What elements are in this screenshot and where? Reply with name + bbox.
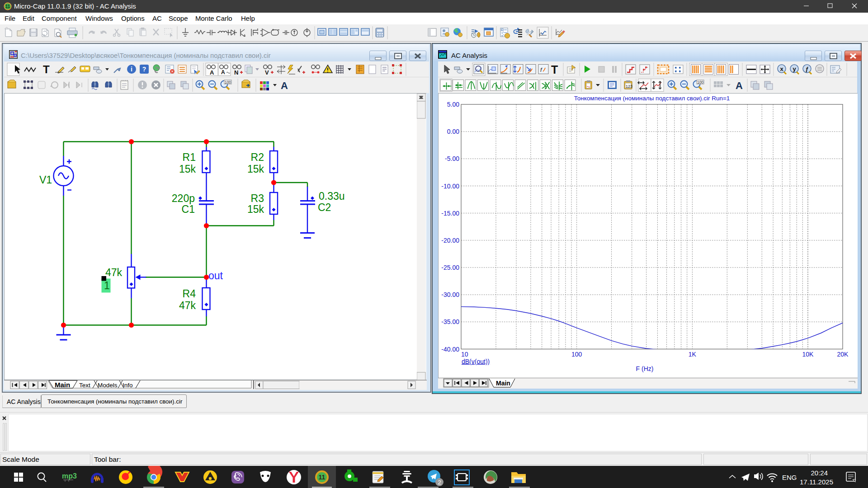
svg-text:R3: R3 [251,192,264,204]
svg-text:R2: R2 [251,151,264,163]
svg-text:N: N [234,69,238,76]
svg-text:x: x [780,66,783,72]
svg-text:2: 2 [438,479,441,486]
svg-text:47k: 47k [105,267,123,278]
svg-text:A: A [281,80,288,91]
svg-text:dB(v(out)): dB(v(out)) [462,358,490,365]
svg-text:out: out [208,270,223,282]
svg-text:-15.00: -15.00 [441,210,459,217]
svg-text:100: 100 [225,80,231,84]
svg-text:Main: Main [496,380,510,387]
svg-text:11: 11 [319,474,326,481]
svg-text:Text: Text [79,382,90,389]
svg-text:15k: 15k [247,203,264,215]
svg-text:Models: Models [98,382,118,389]
svg-text:100: 100 [697,80,703,84]
svg-text:C1: C1 [182,203,195,215]
svg-text:F (Hz): F (Hz) [636,365,654,372]
svg-text:V: V [265,69,269,76]
svg-text:ƒ: ƒ [805,66,808,72]
svg-text:0.00: 0.00 [447,128,459,135]
svg-text:20:24: 20:24 [811,469,828,477]
svg-text:1: 1 [104,280,110,291]
svg-text:A: A [210,69,214,76]
svg-text:T: T [551,63,558,76]
svg-text:V1: V1 [39,174,52,186]
svg-text:-10.00: -10.00 [441,183,459,190]
svg-text:0.33u: 0.33u [319,190,345,202]
svg-text:-5.00: -5.00 [445,155,459,162]
svg-text:-30.00: -30.00 [441,291,459,298]
svg-text:T: T [43,63,50,75]
svg-text:-40.00: -40.00 [441,346,459,353]
svg-text:mp3: mp3 [62,472,77,480]
svg-text:10: 10 [461,351,468,358]
svg-text:?: ? [142,66,146,73]
svg-text:-35.00: -35.00 [441,318,459,325]
svg-text:A: A [221,69,225,75]
svg-text:100: 100 [571,351,582,358]
svg-text:y: y [793,66,796,72]
svg-text:20K: 20K [837,351,849,358]
svg-text:15k: 15k [247,163,264,175]
svg-text:Main: Main [55,381,70,389]
svg-text:123: 123 [626,84,632,89]
svg-text:10K: 10K [802,351,814,358]
svg-text:i: i [131,66,132,73]
svg-text:C2: C2 [318,202,331,213]
svg-text:Info: Info [123,382,133,389]
svg-text:-20.00: -20.00 [441,237,459,244]
svg-text:ENG: ENG [782,474,797,481]
svg-text:5.00: 5.00 [447,101,459,108]
svg-text:A: A [736,80,743,91]
svg-text:1K: 1K [689,351,697,358]
svg-text:-25.00: -25.00 [441,264,459,271]
svg-text:17.11.2025: 17.11.2025 [800,478,833,486]
svg-text:47k: 47k [179,300,196,311]
svg-text:220p: 220p [172,192,195,204]
svg-text:R1: R1 [183,151,196,163]
svg-text:15k: 15k [179,163,196,175]
svg-text:R4: R4 [183,288,196,300]
svg-text:Тонкомпенсация (номиналы подст: Тонкомпенсация (номиналы подставил свои)… [574,95,730,102]
svg-text:11: 11 [5,4,10,9]
